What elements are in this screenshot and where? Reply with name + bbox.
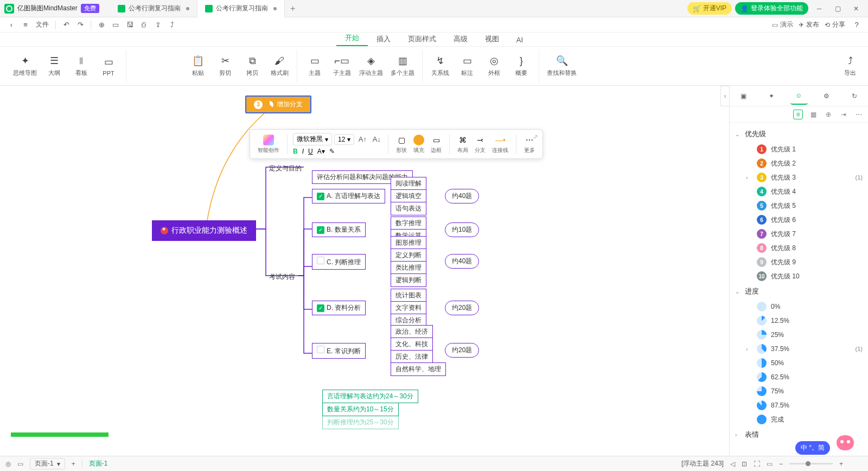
boundary-button[interactable]: ◎外框 — [484, 55, 504, 77]
export-icon[interactable]: ⤴ — [166, 19, 178, 31]
page-tab[interactable]: 页面-1 — [89, 459, 108, 468]
progress-item-7[interactable]: 87.5% — [735, 398, 863, 412]
sb-icon-1[interactable]: ◎ — [5, 460, 11, 468]
font-family-select[interactable]: 微软雅黑▾ — [293, 133, 332, 145]
module-node-C[interactable]: C. 判断推理 — [312, 254, 366, 270]
smart-create-button[interactable]: 智能创作 — [256, 133, 282, 155]
export-button[interactable]: ⤴导出 — [843, 55, 863, 77]
summary-button[interactable]: }概要 — [512, 55, 531, 77]
leaf-node[interactable]: 政治、经济 — [391, 325, 433, 339]
collapse-panel-button[interactable]: › — [720, 86, 729, 106]
kanban-view-button[interactable]: ⦀看板 — [72, 55, 91, 77]
priority-item-4[interactable]: 4优先级 4 — [735, 184, 863, 199]
root-node[interactable]: 行政职业能力测验概述 — [152, 220, 256, 241]
priority-section-head[interactable]: ⌄优先级 — [735, 126, 863, 142]
leaf-node[interactable]: 历史、法律 — [391, 350, 433, 364]
definition-label-node[interactable]: 定义与目的 — [269, 164, 302, 173]
priority-item-2[interactable]: 2优先级 2 — [735, 156, 863, 170]
rp-tab-history[interactable]: ↻ — [846, 87, 863, 105]
connector-button[interactable]: ―•连接线 — [490, 133, 510, 155]
open-button[interactable]: ▭ — [110, 19, 122, 31]
count-pill[interactable]: 约40题 — [445, 189, 479, 203]
multi-topic-button[interactable]: ▥多个主题 — [391, 55, 414, 77]
progress-item-0[interactable]: 0% — [735, 300, 863, 314]
share-button[interactable]: ⟲分享 — [825, 20, 845, 29]
border-button[interactable]: ▭边框 — [429, 133, 444, 155]
leaf-node[interactable]: 文字资料 — [391, 301, 426, 315]
sb-nav-2[interactable]: ⊡ — [742, 460, 747, 468]
minimize-button[interactable]: ─ — [812, 2, 827, 15]
page-selector[interactable]: 页面-1 ▾ — [30, 458, 65, 469]
layout-button[interactable]: ⌘布局 — [455, 133, 470, 155]
progress-item-2[interactable]: 25% — [735, 328, 863, 342]
rp-sub-grid[interactable]: ▦ — [808, 110, 818, 119]
leaf-node[interactable]: 逻辑填空 — [391, 189, 426, 203]
save-button[interactable]: 🖫 — [124, 19, 136, 31]
exam-label-node[interactable]: 考试内容 — [269, 272, 295, 282]
underline-button[interactable]: U — [308, 148, 313, 155]
share-icon[interactable]: ⇪ — [152, 19, 164, 31]
priority-item-3[interactable]: ›3优先级 3(1) — [735, 170, 863, 184]
canvas[interactable]: 3 增加分支 智能创作 微软雅黑▾ 12▾ A↑ A↓ B I U A▾ — [0, 86, 729, 456]
selected-topic-node[interactable]: 3 增加分支 — [245, 96, 311, 113]
copy-button[interactable]: ⧉拷贝 — [242, 55, 262, 77]
progress-item-5[interactable]: 62.5% — [735, 370, 863, 384]
progress-item-8[interactable]: 完成 — [735, 412, 863, 427]
priority-item-7[interactable]: 7优先级 7 — [735, 227, 863, 241]
leaf-node[interactable]: 定义判断 — [391, 249, 426, 262]
pin-icon[interactable]: ⇗ — [533, 133, 538, 141]
rp-sub-list[interactable]: ≡ — [793, 110, 803, 119]
ime-indicator[interactable]: 中 °。简 — [795, 441, 830, 455]
topic-button[interactable]: ▭主题 — [305, 55, 324, 77]
menu-icon[interactable]: ≡ — [20, 19, 31, 31]
print-button[interactable]: ⎙ — [138, 19, 150, 31]
leaf-node[interactable]: 自然科学、地理 — [391, 362, 446, 376]
module-node-B[interactable]: ✓B. 数量关系 — [312, 222, 366, 237]
leaf-node[interactable]: 图形推理 — [391, 236, 426, 250]
leaf-node[interactable]: 统计图表 — [391, 289, 426, 302]
priority-item-5[interactable]: 5优先级 5 — [735, 199, 863, 213]
font-decrease-button[interactable]: A↓ — [371, 133, 382, 145]
rp-sub-import[interactable]: ⇥ — [839, 110, 848, 119]
new-button[interactable]: ⊕ — [95, 19, 107, 31]
add-tab-button[interactable]: + — [285, 4, 301, 14]
module-node-A[interactable]: ✓A. 言语理解与表达 — [312, 189, 385, 203]
branch-button[interactable]: ⤙分支 — [473, 133, 488, 155]
marker-button[interactable]: ▭标注 — [457, 55, 477, 77]
count-pill[interactable]: 约10题 — [445, 222, 479, 237]
font-size-select[interactable]: 12▾ — [334, 134, 354, 145]
rp-sub-more[interactable]: ⋯ — [854, 110, 864, 119]
mascot-icon[interactable] — [832, 432, 858, 454]
font-increase-button[interactable]: A↑ — [356, 133, 368, 145]
paste-button[interactable]: 📋粘贴 — [188, 55, 208, 77]
font-color-button[interactable]: A▾ — [317, 148, 325, 155]
leaf-node[interactable]: 文化、科技 — [391, 338, 433, 351]
back-button[interactable]: ‹ — [5, 19, 17, 31]
present-button[interactable]: ▭演示 — [772, 20, 793, 29]
score-line-0[interactable]: 言语理解与表达约为24～30分 — [322, 390, 418, 403]
priority-item-8[interactable]: 8优先级 8 — [735, 241, 863, 255]
sb-nav-3[interactable]: ⛶ — [754, 460, 760, 468]
count-pill[interactable]: 约20题 — [445, 343, 479, 358]
progress-item-1[interactable]: 12.5% — [735, 314, 863, 328]
module-node-E[interactable]: E. 常识判断 — [312, 343, 366, 359]
clear-format-button[interactable]: ✎ — [329, 148, 335, 155]
zoom-out-button[interactable]: − — [779, 460, 783, 468]
close-button[interactable]: ✕ — [848, 2, 864, 15]
priority-item-10[interactable]: 10优先级 10 — [735, 269, 863, 283]
rp-tab-topic[interactable]: ▣ — [735, 87, 752, 105]
maximize-button[interactable]: ▢ — [830, 2, 845, 15]
leaf-node[interactable]: 逻辑判断 — [391, 273, 426, 287]
progress-section-head[interactable]: ⌄进度 — [735, 283, 863, 300]
score-line-1[interactable]: 数量关系约为10～15分 — [322, 403, 399, 416]
tab-advanced[interactable]: 高级 — [445, 32, 476, 46]
tab-start[interactable]: 开始 — [336, 31, 368, 46]
sb-nav-4[interactable]: ▭ — [767, 460, 773, 468]
format-painter-button[interactable]: 🖌格式刷 — [270, 55, 289, 77]
fill-button[interactable]: 填充 — [411, 133, 426, 155]
tab-view[interactable]: 视图 — [476, 32, 508, 46]
login-button[interactable]: 👤登录体验全部功能 — [735, 2, 808, 15]
priority-item-6[interactable]: 6优先级 6 — [735, 213, 863, 227]
progress-item-6[interactable]: 75% — [735, 384, 863, 398]
rp-tab-icons[interactable]: ☺ — [790, 87, 808, 105]
